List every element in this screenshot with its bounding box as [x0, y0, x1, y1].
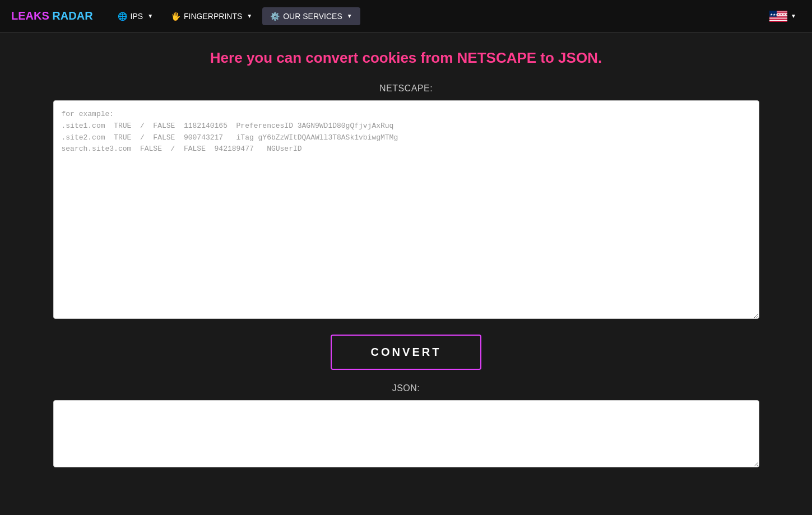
- navbar: LEAKS RADAR 🌐 IPS ▼ 🖐️ FINGERPRINTS ▼ ⚙️…: [0, 0, 812, 33]
- our-services-label: OUR SERVICES: [283, 12, 342, 21]
- our-services-nav-button[interactable]: ⚙️ OUR SERVICES ▼: [262, 7, 360, 25]
- fingerprints-nav-button[interactable]: 🖐️ FINGERPRINTS ▼: [163, 7, 260, 25]
- json-label: JSON:: [53, 383, 759, 393]
- language-selector-button[interactable]: ★★★★★★ ▼: [765, 8, 801, 24]
- fingerprints-label: FINGERPRINTS: [184, 12, 242, 21]
- svg-text:★★★★★★: ★★★★★★: [770, 13, 787, 16]
- ips-label: IPS: [131, 12, 143, 21]
- brand-leaks: LEAKS: [11, 10, 49, 22]
- svg-rect-12: [769, 21, 787, 22]
- ips-nav-button[interactable]: 🌐 IPS ▼: [110, 7, 161, 25]
- svg-rect-8: [769, 17, 787, 18]
- netscape-section: NETSCAPE:: [53, 83, 759, 321]
- our-services-chevron-icon: ▼: [347, 13, 352, 19]
- json-output[interactable]: [53, 400, 759, 467]
- nav-right: ★★★★★★ ▼: [765, 8, 801, 24]
- svg-rect-7: [769, 16, 787, 17]
- convert-section: CONVERT: [53, 335, 759, 370]
- json-section: JSON:: [53, 383, 759, 470]
- netscape-input[interactable]: [53, 100, 759, 319]
- convert-button[interactable]: CONVERT: [331, 335, 482, 370]
- svg-rect-11: [769, 20, 787, 21]
- language-chevron-icon: ▼: [791, 13, 796, 19]
- gear-icon: ⚙️: [270, 12, 280, 21]
- main-content: Here you can convert cookies from NETSCA…: [42, 33, 771, 486]
- fingerprints-chevron-icon: ▼: [247, 13, 252, 19]
- brand-logo[interactable]: LEAKS RADAR: [11, 10, 93, 22]
- svg-rect-9: [769, 18, 787, 19]
- nav-items: 🌐 IPS ▼ 🖐️ FINGERPRINTS ▼ ⚙️ OUR SERVICE…: [110, 7, 765, 25]
- globe-icon: 🌐: [118, 12, 127, 21]
- page-heading: Here you can convert cookies from NETSCA…: [53, 49, 759, 67]
- netscape-label: NETSCAPE:: [53, 83, 759, 94]
- fingerprint-icon: 🖐️: [171, 12, 180, 21]
- svg-rect-10: [769, 19, 787, 20]
- us-flag-icon: ★★★★★★: [769, 11, 787, 22]
- brand-radar: RADAR: [52, 10, 92, 22]
- ips-chevron-icon: ▼: [147, 13, 153, 19]
